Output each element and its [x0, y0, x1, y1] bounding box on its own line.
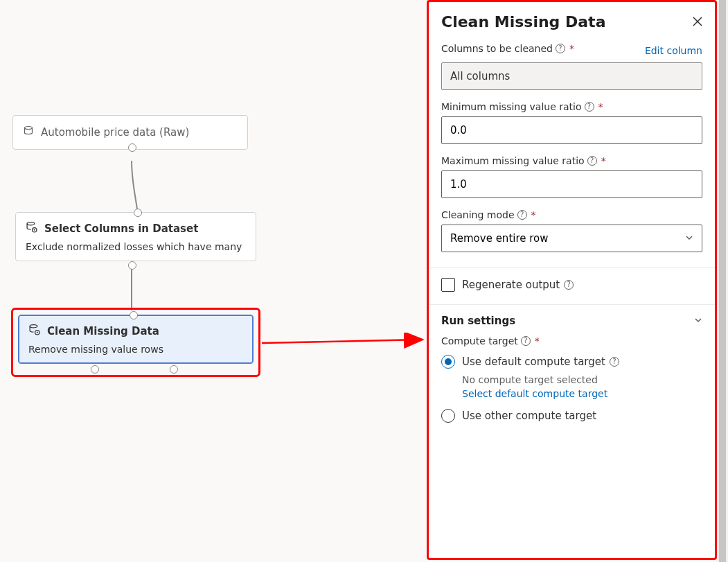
- radio-label: Use default compute target: [462, 355, 605, 368]
- svg-point-3: [34, 229, 35, 231]
- panel-title: Clean Missing Data: [441, 13, 605, 30]
- columns-value[interactable]: All columns: [441, 62, 702, 90]
- output-port[interactable]: [128, 261, 136, 270]
- svg-point-4: [30, 325, 37, 328]
- min-input[interactable]: [441, 116, 702, 144]
- required-asterisk: *: [601, 155, 606, 166]
- info-icon[interactable]: ?: [587, 156, 597, 166]
- node-automobile-data[interactable]: Automobile price data (Raw): [12, 115, 248, 150]
- node-select-columns[interactable]: Select Columns in Dataset Exclude normal…: [15, 212, 256, 261]
- field-max-ratio: Maximum missing value ratio ? *: [441, 155, 702, 198]
- run-settings-toggle[interactable]: Run settings: [441, 315, 702, 327]
- required-asterisk: *: [535, 335, 540, 346]
- mode-label: Cleaning mode: [441, 209, 515, 220]
- radio-button[interactable]: [441, 355, 455, 369]
- select-compute-link[interactable]: Select default compute target: [462, 388, 702, 399]
- node-subtitle: Exclude normalized losses which have man…: [26, 241, 246, 252]
- dataset-gear-icon: [26, 221, 37, 236]
- node-title: Automobile price data (Raw): [41, 126, 189, 139]
- min-label: Minimum missing value ratio: [441, 101, 582, 112]
- info-icon[interactable]: ?: [610, 357, 619, 367]
- mode-value: Remove entire row: [450, 232, 549, 245]
- regen-section: Regenerate output ?: [429, 267, 715, 304]
- node-title: Select Columns in Dataset: [44, 222, 198, 235]
- svg-point-6: [37, 332, 38, 333]
- edges-svg: [0, 0, 427, 562]
- node-title: Clean Missing Data: [47, 325, 159, 337]
- info-icon[interactable]: ?: [521, 336, 531, 346]
- info-icon[interactable]: ?: [564, 280, 574, 290]
- mode-select[interactable]: Remove entire row: [441, 225, 702, 252]
- required-asterisk: *: [598, 101, 603, 112]
- info-icon[interactable]: ?: [517, 210, 527, 220]
- field-columns: Columns to be cleaned ? * Edit column Al…: [441, 43, 702, 90]
- close-icon[interactable]: [693, 15, 702, 29]
- field-cleaning-mode: Cleaning mode ? * Remove entire row: [441, 209, 702, 252]
- required-asterisk: *: [569, 43, 574, 54]
- run-settings-section: Run settings Compute target ? * Use defa…: [429, 304, 715, 441]
- regen-label: Regenerate output: [462, 279, 560, 291]
- input-port[interactable]: [130, 311, 138, 319]
- compute-label: Compute target: [441, 335, 518, 346]
- run-header-label: Run settings: [441, 315, 515, 327]
- radio-other-compute[interactable]: Use other compute target: [441, 409, 702, 423]
- edit-column-link[interactable]: Edit column: [645, 45, 702, 56]
- max-label: Maximum missing value ratio: [441, 155, 585, 166]
- info-icon[interactable]: ?: [585, 102, 594, 112]
- node-subtitle: Remove missing value rows: [28, 344, 243, 355]
- properties-panel: Clean Missing Data Columns to be cleaned…: [427, 0, 717, 560]
- field-min-ratio: Minimum missing value ratio ? *: [441, 101, 702, 144]
- radio-default-sub: No compute target selected: [462, 374, 702, 385]
- regenerate-checkbox[interactable]: [441, 278, 455, 292]
- columns-label: Columns to be cleaned: [441, 43, 553, 54]
- input-port[interactable]: [134, 209, 142, 217]
- output-port-1[interactable]: [91, 365, 99, 374]
- radio-default-compute[interactable]: Use default compute target ?: [441, 355, 702, 369]
- svg-line-7: [262, 340, 421, 343]
- max-input[interactable]: [441, 170, 702, 198]
- required-asterisk: *: [531, 209, 536, 220]
- radio-label: Use other compute target: [462, 410, 596, 422]
- info-icon[interactable]: ?: [556, 44, 565, 53]
- radio-button[interactable]: [441, 409, 455, 423]
- dataset-gear-icon: [28, 324, 40, 338]
- output-port[interactable]: [128, 143, 136, 152]
- pipeline-canvas[interactable]: Automobile price data (Raw) Select Colum…: [0, 0, 427, 562]
- database-icon: [23, 125, 34, 139]
- output-port-2[interactable]: [170, 365, 178, 374]
- params-section: Columns to be cleaned ? * Edit column Al…: [429, 37, 715, 267]
- chevron-down-icon: [685, 233, 693, 244]
- svg-point-0: [25, 127, 33, 130]
- callout-arrow: [260, 333, 429, 353]
- svg-point-1: [27, 222, 35, 225]
- node-clean-missing-data[interactable]: Clean Missing Data Remove missing value …: [18, 315, 254, 364]
- scrollbar[interactable]: [717, 0, 728, 562]
- chevron-down-icon: [694, 315, 702, 326]
